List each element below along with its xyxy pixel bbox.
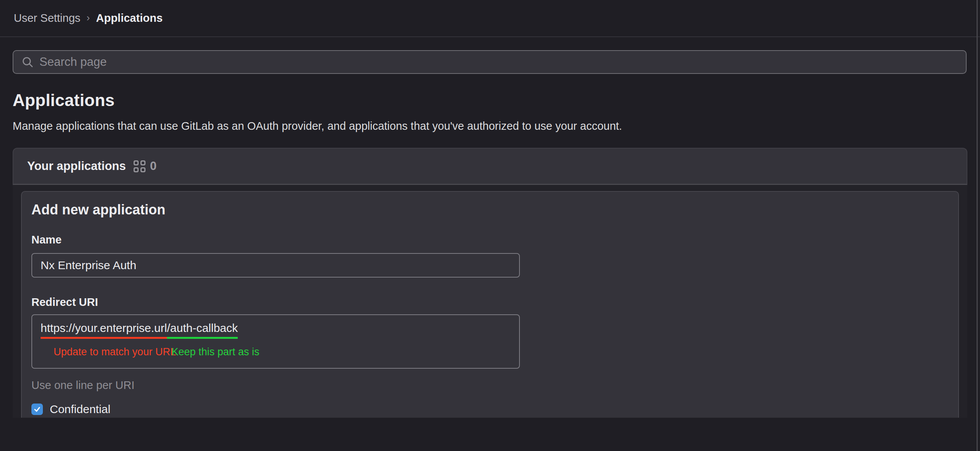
- name-input[interactable]: [31, 253, 520, 278]
- search-input[interactable]: [39, 55, 920, 69]
- check-icon: [33, 405, 41, 413]
- main-content: Applications Manage applications that ca…: [0, 50, 980, 418]
- applications-grid-icon: [134, 160, 145, 172]
- search-icon: [21, 56, 34, 69]
- panel-title: Your applications: [27, 159, 126, 173]
- add-application-card: Add new application Name Redirect URI ht…: [21, 191, 959, 418]
- redirect-uri-textarea[interactable]: https://your.enterprise.url/auth-callbac…: [31, 314, 520, 369]
- breadcrumb: User Settings › Applications: [0, 0, 980, 37]
- redirect-uri-help: Use one line per URI: [31, 379, 958, 392]
- breadcrumb-user-settings[interactable]: User Settings: [14, 12, 80, 25]
- redirect-uri-value: https://your.enterprise.url/auth-callbac…: [41, 322, 519, 335]
- redirect-uri-host-part: https://your.enterprise.url: [41, 322, 167, 339]
- annotation-keep-part: Keep this part as is: [172, 346, 260, 358]
- breadcrumb-applications: Applications: [96, 12, 163, 25]
- your-applications-header: Your applications 0: [13, 148, 967, 185]
- annotation-update-url: Update to match your URL: [54, 346, 176, 358]
- name-label: Name: [31, 234, 958, 246]
- applications-count-badge: 0: [150, 159, 157, 173]
- confidential-row: Confidential: [31, 403, 958, 416]
- redirect-uri-path-part: /auth-callback: [167, 322, 238, 339]
- scrollbar[interactable]: [977, 0, 978, 451]
- chevron-right-icon: ›: [87, 12, 90, 24]
- panel-body: Add new application Name Redirect URI ht…: [13, 185, 967, 418]
- search-page-box[interactable]: [13, 50, 967, 74]
- card-title: Add new application: [31, 202, 958, 218]
- confidential-checkbox[interactable]: [31, 404, 43, 415]
- confidential-label[interactable]: Confidential: [50, 403, 110, 416]
- page-title: Applications: [13, 91, 967, 110]
- your-applications-panel: Your applications 0 Add new application …: [13, 148, 967, 418]
- page-description: Manage applications that can use GitLab …: [13, 120, 967, 132]
- redirect-uri-label: Redirect URI: [31, 296, 958, 309]
